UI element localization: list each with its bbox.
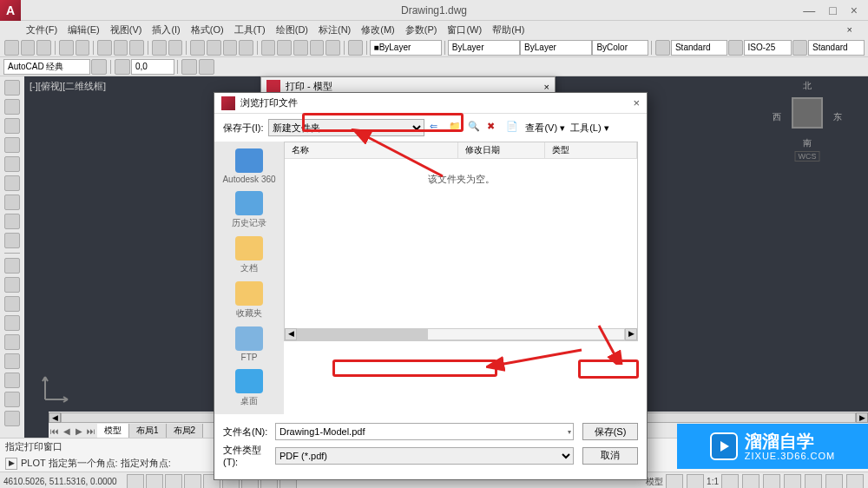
- menu-format[interactable]: 格式(O): [191, 23, 224, 36]
- col-date[interactable]: 修改日期: [458, 142, 545, 158]
- minimize-button[interactable]: —: [803, 3, 815, 17]
- maximize-button[interactable]: □: [829, 3, 836, 17]
- menu-file[interactable]: 文件(F): [26, 23, 57, 36]
- newfolder-icon[interactable]: 📄: [506, 121, 520, 135]
- properties-icon[interactable]: [261, 40, 276, 56]
- mirror-icon[interactable]: [4, 315, 20, 331]
- menu-window[interactable]: 窗口(W): [447, 23, 482, 36]
- filetype-select[interactable]: PDF (*.pdf): [275, 447, 574, 465]
- doc-close-button[interactable]: ×: [847, 24, 852, 35]
- textstyle-select[interactable]: Standard: [671, 40, 727, 56]
- ws-icon[interactable]: [763, 474, 780, 489]
- app-icon[interactable]: A: [0, 0, 21, 21]
- view-dropdown[interactable]: 查看(V) ▾: [525, 122, 565, 135]
- spline-icon[interactable]: [4, 195, 20, 210]
- dimstyle-icon[interactable]: [728, 40, 743, 56]
- up-icon[interactable]: 📁: [449, 121, 463, 135]
- menu-param[interactable]: 参数(P): [405, 23, 437, 36]
- space-label[interactable]: 模型: [646, 476, 663, 488]
- extend-icon[interactable]: [4, 373, 20, 388]
- block-icon[interactable]: [181, 59, 197, 75]
- lineweight-select[interactable]: ByLayer: [520, 40, 592, 56]
- offset-icon[interactable]: [4, 392, 20, 407]
- autoscale-icon[interactable]: [742, 474, 760, 489]
- polyline-icon[interactable]: [4, 99, 20, 115]
- erase-icon[interactable]: [4, 411, 20, 426]
- tablestyle-select[interactable]: Standard: [808, 40, 865, 56]
- col-name[interactable]: 名称: [285, 142, 458, 158]
- zoom-icon[interactable]: [207, 40, 221, 56]
- menu-draw[interactable]: 绘图(D): [276, 23, 308, 36]
- menu-help[interactable]: 帮助(H): [492, 23, 524, 36]
- viewport-toggle[interactable]: [666, 474, 683, 489]
- line-icon[interactable]: [4, 80, 20, 96]
- rect-icon[interactable]: [4, 137, 20, 153]
- file-list[interactable]: 名称 修改日期 类型 该文件夹为空。 ◀ ▶: [284, 142, 638, 341]
- viewcube-east[interactable]: 东: [833, 111, 842, 123]
- viewcube-face[interactable]: [792, 97, 823, 129]
- back-icon[interactable]: ⇐: [430, 121, 444, 135]
- viewcube-north[interactable]: 北: [803, 80, 812, 92]
- designcenter-icon[interactable]: [277, 40, 292, 56]
- tab-model[interactable]: 模型: [97, 424, 129, 438]
- save-icon[interactable]: [36, 40, 51, 56]
- polygon-icon[interactable]: [4, 118, 20, 134]
- layer-icon[interactable]: [115, 59, 130, 75]
- scale-icon[interactable]: [4, 334, 20, 350]
- layer-color-swatch[interactable]: ■ ByLayer: [370, 40, 442, 56]
- search-icon[interactable]: 🔍: [468, 121, 482, 135]
- savein-select[interactable]: 新建文件夹: [268, 119, 424, 136]
- viewport-label[interactable]: [-][俯视][二维线框]: [30, 80, 106, 93]
- trim-icon[interactable]: [4, 353, 20, 369]
- paste-icon[interactable]: [129, 40, 144, 56]
- viewcube-wcs[interactable]: WCS: [795, 151, 820, 162]
- cancel-button[interactable]: 取消: [582, 447, 638, 465]
- scale-label[interactable]: 1:1: [707, 477, 719, 486]
- filename-input[interactable]: Drawing1-Model.pdf ▾: [275, 423, 574, 440]
- delete-icon[interactable]: ✖: [487, 121, 501, 135]
- sb-right-icon[interactable]: ▶: [625, 328, 637, 340]
- print-icon[interactable]: [59, 40, 74, 56]
- command-input[interactable]: PLOT 指定第一个角点: 指定对角点:: [21, 457, 171, 470]
- workspace-gear-icon[interactable]: [91, 59, 107, 75]
- filelist-scrollbar[interactable]: ◀ ▶: [285, 328, 637, 340]
- annovisibility-icon[interactable]: [721, 474, 739, 489]
- print-dlg-close[interactable]: ×: [544, 82, 549, 92]
- undo-icon[interactable]: [152, 40, 167, 56]
- place-3[interactable]: 收藏夹: [219, 281, 279, 320]
- tab-first-icon[interactable]: ⏮: [49, 426, 61, 436]
- palette-icon[interactable]: [293, 40, 308, 56]
- ellipse-icon[interactable]: [4, 214, 20, 229]
- menu-tools[interactable]: 工具(T): [234, 23, 266, 36]
- workspace-select[interactable]: AutoCAD 经典: [3, 59, 90, 75]
- sheet-icon[interactable]: [310, 40, 325, 56]
- move-icon[interactable]: [4, 258, 20, 274]
- tools-dropdown[interactable]: 工具(L) ▾: [570, 122, 609, 135]
- place-1[interactable]: 历史记录: [219, 191, 279, 229]
- preview-icon[interactable]: [76, 40, 90, 56]
- cleanscreen-icon[interactable]: [846, 474, 864, 489]
- hardware-icon[interactable]: [805, 474, 822, 489]
- redo-icon[interactable]: [168, 40, 183, 56]
- tab-layout1[interactable]: 布局1: [129, 424, 167, 438]
- menu-modify[interactable]: 修改(M): [361, 23, 395, 36]
- col-type[interactable]: 类型: [545, 142, 637, 158]
- viewcube-south[interactable]: 南: [803, 137, 812, 149]
- help-icon[interactable]: [348, 40, 363, 56]
- pan-icon[interactable]: [190, 40, 205, 56]
- textstyle-icon[interactable]: [655, 40, 670, 56]
- tablestyle-icon[interactable]: [792, 40, 807, 56]
- tab-prev-icon[interactable]: ◀: [61, 426, 73, 436]
- edit-icon[interactable]: [199, 59, 214, 75]
- copy2-icon[interactable]: [4, 277, 20, 293]
- dimstyle-select[interactable]: ISO-25: [744, 40, 792, 56]
- place-0[interactable]: Autodesk 360: [219, 148, 279, 184]
- arc-icon[interactable]: [4, 156, 20, 172]
- markups-icon[interactable]: [326, 40, 340, 56]
- circle-icon[interactable]: [4, 175, 20, 191]
- linetype-select[interactable]: ByLayer: [448, 40, 520, 56]
- polar-toggle[interactable]: [184, 474, 201, 489]
- zoom-window-icon[interactable]: [223, 40, 238, 56]
- menu-edit[interactable]: 编辑(E): [68, 23, 100, 36]
- browse-dlg-close[interactable]: ×: [633, 96, 640, 109]
